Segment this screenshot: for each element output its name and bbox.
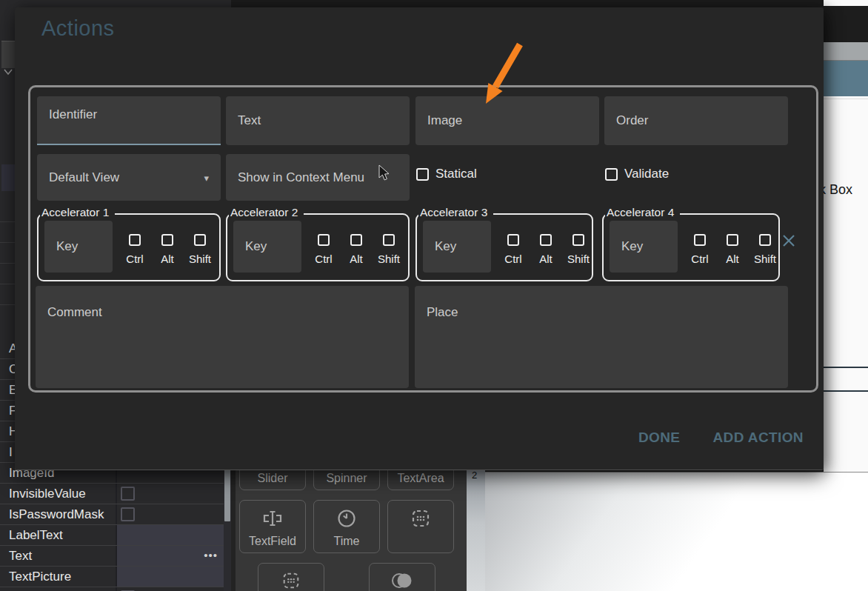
done-button[interactable]: DONE <box>638 430 681 446</box>
textfield-icon <box>240 508 305 529</box>
view-dropdown[interactable]: Default View ▾ <box>37 154 221 201</box>
accelerator-group-2: Accelerator 2 Key Ctrl Alt Shift <box>226 213 410 281</box>
alt-label: Alt <box>161 253 174 265</box>
action-form-panel: Identifier Text Image Order Default View… <box>28 85 818 393</box>
checkbox-icon <box>605 168 618 181</box>
key-field[interactable]: Key <box>423 221 491 273</box>
line-number: 2 <box>472 470 477 481</box>
property-row-clipped[interactable]: Verify <box>0 587 231 591</box>
key-placeholder: Key <box>423 239 456 254</box>
actions-dialog: Actions Identifier Text Image Order Defa… <box>15 7 824 470</box>
selected-item-fragment <box>1 164 15 191</box>
property-label: InvisibleValue <box>9 484 86 504</box>
alt-checkbox[interactable]: Alt <box>528 234 564 265</box>
property-row-text[interactable]: Text ••• <box>0 546 231 567</box>
checkbox-icon[interactable] <box>121 507 135 521</box>
image-placeholder: Image <box>415 113 462 128</box>
property-value-cell[interactable] <box>116 587 224 591</box>
add-action-button[interactable]: ADD ACTION <box>712 430 804 446</box>
property-label: Verify <box>9 587 41 591</box>
ctrl-label: Ctrl <box>504 253 521 265</box>
window-dark-block <box>824 6 868 42</box>
orange-arrow-annotation <box>480 39 526 107</box>
toolbox-item-bottom-right[interactable] <box>369 563 435 591</box>
ctrl-checkbox[interactable]: Ctrl <box>682 234 718 265</box>
checkbox-icon <box>350 234 362 246</box>
shift-checkbox[interactable]: Shift <box>371 234 407 265</box>
toggle-circle-icon <box>370 571 435 590</box>
ctrl-label: Ctrl <box>126 253 143 265</box>
toolbox-item-label: TextArea <box>388 472 453 485</box>
checkbox-icon <box>161 234 173 246</box>
close-icon <box>781 233 797 249</box>
alt-checkbox[interactable]: Alt <box>150 234 185 265</box>
checkbox-icon <box>540 234 552 246</box>
toolbox-item-time[interactable]: Time <box>313 500 380 553</box>
ctrl-checkbox[interactable]: Ctrl <box>495 234 531 265</box>
shift-label: Shift <box>754 253 776 265</box>
checkbox-icon <box>383 234 395 246</box>
validate-label: Validate <box>624 167 669 181</box>
property-row-ispasswordmask[interactable]: IsPasswordMask <box>0 504 231 525</box>
property-row-invisiblevalue[interactable]: InvisibleValue <box>0 484 231 504</box>
toolbox-item-bottom-left[interactable] <box>258 563 324 591</box>
accelerator-legend: Accelerator 1 <box>40 206 115 219</box>
ctrl-checkbox[interactable]: Ctrl <box>117 234 153 265</box>
property-label: TextPicture <box>9 567 71 587</box>
alt-checkbox[interactable]: Alt <box>338 234 374 265</box>
dialog-actions: DONE ADD ACTION <box>638 430 804 446</box>
accelerator-group-4: Accelerator 4 Key Ctrl Alt Shift <box>602 213 780 281</box>
toolbox-item-textfield[interactable]: TextField <box>239 500 306 553</box>
chevron-down-icon[interactable] <box>2 67 14 77</box>
checkbox-icon <box>318 234 330 246</box>
order-placeholder: Order <box>604 113 648 128</box>
checkbox-icon <box>194 234 206 246</box>
key-field[interactable]: Key <box>44 221 113 273</box>
key-field[interactable]: Key <box>233 221 301 273</box>
alt-checkbox[interactable]: Alt <box>715 234 750 265</box>
divider <box>824 98 868 99</box>
identifier-field[interactable]: Identifier <box>37 96 221 145</box>
background-window-right: k Box <box>824 0 868 476</box>
property-value-cell[interactable] <box>116 525 224 545</box>
shift-checkbox[interactable]: Shift <box>747 234 783 265</box>
scrollbar-thumb[interactable] <box>224 466 230 521</box>
context-menu-label: Show in Context Menu <box>226 170 364 185</box>
ctrl-label: Ctrl <box>315 253 332 265</box>
ellipsis-more-button[interactable]: ••• <box>204 546 218 564</box>
toolbox-panel: Slider Spinner TextArea TextField <box>236 453 467 591</box>
panel-header-fragment <box>1 41 15 68</box>
property-value-cell[interactable] <box>116 504 224 524</box>
toolbox-item-toolbar[interactable] <box>387 500 454 553</box>
property-value-cell[interactable] <box>116 567 224 587</box>
canvas-page[interactable] <box>485 472 868 591</box>
property-value-cell[interactable]: ••• <box>116 546 224 566</box>
toolbox-item-label: TextField <box>240 535 305 548</box>
properties-scrollbar[interactable] <box>224 458 231 591</box>
checkbox-icon <box>727 234 738 246</box>
statical-checkbox[interactable]: Statical <box>416 167 477 181</box>
chevron-down-icon: ▾ <box>204 172 209 183</box>
checkbox-icon <box>759 234 771 246</box>
property-row-textpicture[interactable]: TextPicture <box>0 567 231 587</box>
key-field[interactable]: Key <box>610 221 678 273</box>
checkbox-icon <box>129 234 141 246</box>
comment-placeholder: Comment <box>36 286 102 320</box>
shift-checkbox[interactable]: Shift <box>182 234 218 265</box>
clock-icon <box>314 508 379 529</box>
dashed-frame-icon <box>258 571 324 590</box>
checkbox-icon[interactable] <box>121 487 135 501</box>
shift-checkbox[interactable]: Shift <box>561 234 596 265</box>
toolbox-item-label: Slider <box>240 472 305 485</box>
toolbox-item-label: Time <box>314 535 379 548</box>
property-value-cell[interactable] <box>116 484 224 504</box>
place-field[interactable]: Place <box>415 286 788 388</box>
ctrl-checkbox[interactable]: Ctrl <box>306 234 341 265</box>
remove-action-button[interactable] <box>781 233 797 249</box>
clipped-checkbox-text: k Box <box>824 182 852 198</box>
validate-checkbox[interactable]: Validate <box>605 167 669 181</box>
order-field[interactable]: Order <box>604 96 788 145</box>
property-row-labeltext[interactable]: LabelText <box>0 525 231 546</box>
comment-field[interactable]: Comment <box>36 286 409 388</box>
text-field[interactable]: Text <box>226 96 410 145</box>
